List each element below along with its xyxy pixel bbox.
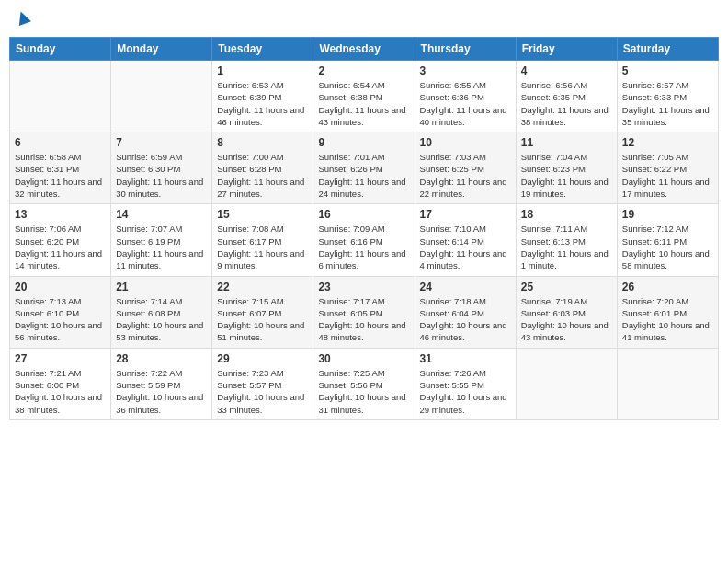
day-info: Sunrise: 7:22 AM Sunset: 5:59 PM Dayligh…	[116, 367, 207, 416]
calendar-week-row: 1Sunrise: 6:53 AM Sunset: 6:39 PM Daylig…	[10, 61, 719, 132]
calendar-cell: 22Sunrise: 7:15 AM Sunset: 6:07 PM Dayli…	[212, 276, 313, 348]
calendar-cell: 27Sunrise: 7:21 AM Sunset: 6:00 PM Dayli…	[10, 348, 111, 419]
day-info: Sunrise: 7:21 AM Sunset: 6:00 PM Dayligh…	[15, 367, 106, 416]
day-number: 15	[217, 208, 308, 221]
day-info: Sunrise: 6:57 AM Sunset: 6:33 PM Dayligh…	[622, 79, 713, 128]
calendar-table: SundayMondayTuesdayWednesdayThursdayFrid…	[9, 37, 719, 420]
day-number: 9	[318, 136, 409, 149]
calendar-cell: 12Sunrise: 7:05 AM Sunset: 6:22 PM Dayli…	[617, 132, 718, 204]
calendar-cell: 9Sunrise: 7:01 AM Sunset: 6:26 PM Daylig…	[313, 132, 415, 204]
day-number: 21	[116, 281, 207, 293]
calendar-cell: 19Sunrise: 7:12 AM Sunset: 6:11 PM Dayli…	[617, 204, 718, 276]
weekday-header-monday: Monday	[111, 38, 212, 61]
day-number: 27	[15, 352, 106, 365]
day-info: Sunrise: 7:00 AM Sunset: 6:28 PM Dayligh…	[217, 151, 308, 200]
calendar-cell	[516, 348, 617, 419]
weekday-header-thursday: Thursday	[415, 38, 516, 61]
weekday-header-saturday: Saturday	[617, 38, 718, 61]
day-number: 31	[420, 352, 511, 365]
calendar-cell: 5Sunrise: 6:57 AM Sunset: 6:33 PM Daylig…	[617, 61, 718, 132]
day-number: 25	[521, 281, 612, 293]
calendar-cell	[111, 61, 212, 132]
day-number: 24	[420, 281, 511, 293]
day-number: 13	[15, 208, 106, 221]
day-info: Sunrise: 7:03 AM Sunset: 6:25 PM Dayligh…	[420, 151, 511, 200]
weekday-header-tuesday: Tuesday	[212, 38, 313, 61]
calendar-week-row: 20Sunrise: 7:13 AM Sunset: 6:10 PM Dayli…	[10, 276, 719, 348]
calendar-cell: 11Sunrise: 7:04 AM Sunset: 6:23 PM Dayli…	[516, 132, 617, 204]
calendar-cell: 29Sunrise: 7:23 AM Sunset: 5:57 PM Dayli…	[212, 348, 313, 419]
day-info: Sunrise: 7:11 AM Sunset: 6:13 PM Dayligh…	[521, 223, 612, 271]
day-number: 12	[622, 136, 713, 149]
day-number: 2	[318, 64, 409, 77]
calendar-cell: 6Sunrise: 6:58 AM Sunset: 6:31 PM Daylig…	[10, 132, 111, 204]
day-info: Sunrise: 7:06 AM Sunset: 6:20 PM Dayligh…	[15, 223, 106, 271]
calendar-cell: 23Sunrise: 7:17 AM Sunset: 6:05 PM Dayli…	[313, 276, 415, 348]
day-number: 7	[116, 136, 207, 149]
day-number: 22	[217, 281, 308, 293]
calendar-week-row: 13Sunrise: 7:06 AM Sunset: 6:20 PM Dayli…	[10, 204, 719, 276]
day-info: Sunrise: 7:20 AM Sunset: 6:01 PM Dayligh…	[622, 295, 713, 344]
day-info: Sunrise: 7:04 AM Sunset: 6:23 PM Dayligh…	[521, 151, 612, 200]
day-info: Sunrise: 6:53 AM Sunset: 6:39 PM Dayligh…	[217, 79, 308, 128]
svg-marker-0	[15, 9, 31, 26]
day-number: 4	[521, 64, 612, 77]
day-number: 29	[217, 352, 308, 365]
calendar-cell: 10Sunrise: 7:03 AM Sunset: 6:25 PM Dayli…	[415, 132, 516, 204]
day-info: Sunrise: 7:15 AM Sunset: 6:07 PM Dayligh…	[217, 295, 308, 344]
day-info: Sunrise: 7:07 AM Sunset: 6:19 PM Dayligh…	[116, 223, 207, 271]
calendar-cell: 18Sunrise: 7:11 AM Sunset: 6:13 PM Dayli…	[516, 204, 617, 276]
day-info: Sunrise: 6:58 AM Sunset: 6:31 PM Dayligh…	[15, 151, 106, 200]
day-number: 14	[116, 208, 207, 221]
day-number: 10	[420, 136, 511, 149]
calendar-cell: 17Sunrise: 7:10 AM Sunset: 6:14 PM Dayli…	[415, 204, 516, 276]
calendar-cell: 2Sunrise: 6:54 AM Sunset: 6:38 PM Daylig…	[313, 61, 415, 132]
calendar-cell: 20Sunrise: 7:13 AM Sunset: 6:10 PM Dayli…	[10, 276, 111, 348]
day-info: Sunrise: 7:10 AM Sunset: 6:14 PM Dayligh…	[420, 223, 511, 271]
day-info: Sunrise: 6:54 AM Sunset: 6:38 PM Dayligh…	[318, 79, 409, 128]
calendar-cell: 16Sunrise: 7:09 AM Sunset: 6:16 PM Dayli…	[313, 204, 415, 276]
day-info: Sunrise: 6:56 AM Sunset: 6:35 PM Dayligh…	[521, 79, 612, 128]
day-number: 3	[420, 64, 511, 77]
calendar-cell: 25Sunrise: 7:19 AM Sunset: 6:03 PM Dayli…	[516, 276, 617, 348]
day-info: Sunrise: 7:19 AM Sunset: 6:03 PM Dayligh…	[521, 295, 612, 344]
day-info: Sunrise: 7:23 AM Sunset: 5:57 PM Dayligh…	[217, 367, 308, 416]
day-info: Sunrise: 7:17 AM Sunset: 6:05 PM Dayligh…	[318, 295, 409, 344]
day-info: Sunrise: 7:05 AM Sunset: 6:22 PM Dayligh…	[622, 151, 713, 200]
logo-icon	[15, 9, 31, 26]
calendar-cell: 13Sunrise: 7:06 AM Sunset: 6:20 PM Dayli…	[10, 204, 111, 276]
calendar-cell: 1Sunrise: 6:53 AM Sunset: 6:39 PM Daylig…	[212, 61, 313, 132]
day-number: 18	[521, 208, 612, 221]
logo	[13, 9, 31, 29]
calendar-cell: 3Sunrise: 6:55 AM Sunset: 6:36 PM Daylig…	[415, 61, 516, 132]
calendar-cell: 7Sunrise: 6:59 AM Sunset: 6:30 PM Daylig…	[111, 132, 212, 204]
calendar-week-row: 27Sunrise: 7:21 AM Sunset: 6:00 PM Dayli…	[10, 348, 719, 419]
weekday-header-friday: Friday	[516, 38, 617, 61]
calendar-cell: 30Sunrise: 7:25 AM Sunset: 5:56 PM Dayli…	[313, 348, 415, 419]
calendar-week-row: 6Sunrise: 6:58 AM Sunset: 6:31 PM Daylig…	[10, 132, 719, 204]
weekday-header-row: SundayMondayTuesdayWednesdayThursdayFrid…	[10, 38, 719, 61]
day-number: 26	[622, 281, 713, 293]
day-number: 8	[217, 136, 308, 149]
day-info: Sunrise: 6:55 AM Sunset: 6:36 PM Dayligh…	[420, 79, 511, 128]
calendar-cell: 21Sunrise: 7:14 AM Sunset: 6:08 PM Dayli…	[111, 276, 212, 348]
day-number: 30	[318, 352, 409, 365]
day-number: 11	[521, 136, 612, 149]
calendar-cell: 31Sunrise: 7:26 AM Sunset: 5:55 PM Dayli…	[415, 348, 516, 419]
day-info: Sunrise: 7:25 AM Sunset: 5:56 PM Dayligh…	[318, 367, 409, 416]
day-info: Sunrise: 7:09 AM Sunset: 6:16 PM Dayligh…	[318, 223, 409, 271]
calendar-cell: 24Sunrise: 7:18 AM Sunset: 6:04 PM Dayli…	[415, 276, 516, 348]
day-info: Sunrise: 7:08 AM Sunset: 6:17 PM Dayligh…	[217, 223, 308, 271]
day-number: 16	[318, 208, 409, 221]
calendar-cell: 14Sunrise: 7:07 AM Sunset: 6:19 PM Dayli…	[111, 204, 212, 276]
day-info: Sunrise: 7:01 AM Sunset: 6:26 PM Dayligh…	[318, 151, 409, 200]
page-header	[9, 9, 719, 29]
day-info: Sunrise: 7:13 AM Sunset: 6:10 PM Dayligh…	[15, 295, 106, 344]
day-number: 28	[116, 352, 207, 365]
calendar-cell: 28Sunrise: 7:22 AM Sunset: 5:59 PM Dayli…	[111, 348, 212, 419]
day-info: Sunrise: 7:18 AM Sunset: 6:04 PM Dayligh…	[420, 295, 511, 344]
calendar-cell: 4Sunrise: 6:56 AM Sunset: 6:35 PM Daylig…	[516, 61, 617, 132]
day-number: 1	[217, 64, 308, 77]
day-number: 23	[318, 281, 409, 293]
calendar-cell: 15Sunrise: 7:08 AM Sunset: 6:17 PM Dayli…	[212, 204, 313, 276]
